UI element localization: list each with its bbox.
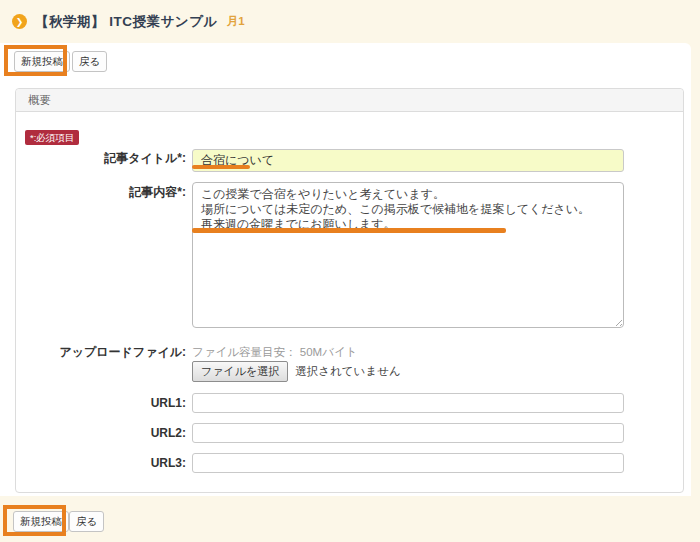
url3-input[interactable] — [192, 453, 624, 473]
upload-size-hint: ファイル容量目安： 50Mバイト — [192, 345, 357, 359]
url3-label: URL3: — [16, 456, 186, 471]
article-content-textarea[interactable]: この授業で合宿をやりたいと考えています。 場所については未定のため、この掲示板で… — [192, 182, 624, 328]
required-fields-badge: *:必須項目 — [25, 130, 79, 145]
file-selected-status: 選択されていません — [295, 364, 400, 379]
page-header: ❯ 【秋学期】 ITC授業サンプル 月1 — [0, 0, 700, 43]
back-button-bottom[interactable]: 戻る — [69, 511, 104, 532]
url2-input[interactable] — [192, 423, 624, 443]
file-input-row: ファイルを選択 選択されていません — [192, 361, 401, 382]
page: ❯ 【秋学期】 ITC授業サンプル 月1 新規投稿 戻る 概要 *:必須項目 記… — [0, 0, 700, 542]
url2-label: URL2: — [16, 426, 186, 441]
overview-panel-title: 概要 — [16, 89, 683, 112]
url1-label: URL1: — [16, 396, 186, 411]
article-content-label: 記事内容*: — [16, 185, 186, 200]
file-select-button[interactable]: ファイルを選択 — [192, 361, 288, 382]
back-button-top[interactable]: 戻る — [72, 51, 107, 72]
url1-input[interactable] — [192, 393, 624, 413]
course-period-label: 月1 — [227, 14, 245, 29]
new-post-button-top[interactable]: 新規投稿 — [14, 51, 70, 72]
new-post-button-bottom[interactable]: 新規投稿 — [13, 511, 69, 532]
article-title-input[interactable] — [192, 149, 624, 172]
upload-file-label: アップロードファイル: — [16, 345, 186, 360]
page-title: 【秋学期】 ITC授業サンプル — [35, 13, 218, 31]
article-title-label: 記事タイトル*: — [16, 151, 186, 166]
chevron-right-circle-icon: ❯ — [12, 14, 27, 29]
content-area: 新規投稿 戻る 概要 *:必須項目 記事タイトル*: 記事内容*: この授業で合… — [0, 43, 691, 496]
overview-panel: 概要 *:必須項目 記事タイトル*: 記事内容*: この授業で合宿をやりたいと考… — [15, 88, 684, 493]
